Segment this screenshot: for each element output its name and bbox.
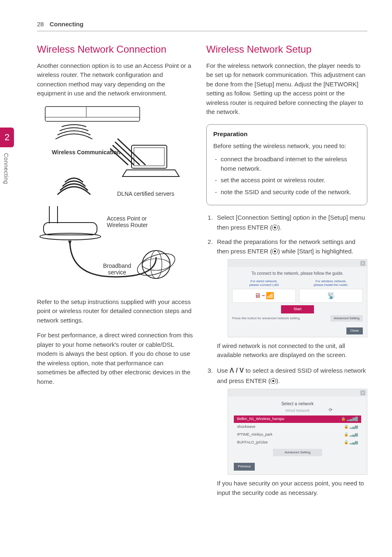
refresh-icon[interactable]: ⟳ <box>329 406 332 413</box>
preparation-title: Preparation <box>213 130 360 137</box>
up-down-arrows-icon: Λ / V <box>230 367 244 374</box>
prep-item: note the SSID and security code of the n… <box>215 188 360 197</box>
ui-screenshot-connection-guide: × To connect to the network, please foll… <box>228 259 367 337</box>
prep-item: connect the broadband internet to the wi… <box>215 155 360 173</box>
network-diagram: Wireless Communication DLNA certified se… <box>37 104 194 289</box>
enter-icon <box>270 378 276 384</box>
step-2-note: If wired network is not connected to the… <box>217 341 367 360</box>
network-row[interactable]: BUFFALO_jy01lee 🔒▂▄▆ <box>234 439 361 446</box>
lock-icon: 🔒 <box>344 424 348 430</box>
preparation-intro: Before setting the wireless network, you… <box>213 142 360 151</box>
signal-icon: ▂▄▆ <box>350 424 358 430</box>
enter-icon <box>272 225 278 230</box>
step-3: Use Λ / V to select a desired SSID of wi… <box>214 366 367 498</box>
diagram-label-wireless: Wireless Communication <box>52 149 120 156</box>
setup-intro-text: For the wireless network connection, the… <box>206 61 367 117</box>
ui-select-network-title: Select a network <box>234 401 361 407</box>
step-2: Read the preparations for the network se… <box>214 237 367 360</box>
diagram-label-access-point: Access Point or Wireless Router <box>107 215 164 228</box>
lock-icon: 🔒 <box>344 440 348 446</box>
signal-icon: ▂▄▆ <box>350 432 358 438</box>
ui-wired-network-option[interactable]: Wired Network <box>234 408 361 414</box>
close-icon[interactable]: × <box>360 261 365 266</box>
svg-point-12 <box>134 249 178 280</box>
previous-button[interactable]: Previous <box>234 463 255 470</box>
header-section-title: Connecting <box>50 21 84 28</box>
wireless-illustration: 📡 <box>299 289 363 303</box>
advanced-setting-button[interactable]: Advanced Setting <box>273 449 322 456</box>
advanced-setting-button[interactable]: Advanced Setting <box>330 315 363 322</box>
intro-text: Another connection option is to use an A… <box>37 61 194 98</box>
wired-illustration: 🖥━📶 <box>232 289 296 303</box>
svg-rect-0 <box>45 107 140 121</box>
signal-icon: ▂▄▆█ <box>347 416 358 422</box>
diagram-label-broadband: Broadband service <box>99 262 136 276</box>
ui-footer-text: Press this button for advanced network s… <box>232 316 300 321</box>
side-tab-chapter: 2 <box>0 128 14 147</box>
svg-point-8 <box>40 233 101 240</box>
preparation-box: Preparation Before setting the wireless … <box>206 124 367 206</box>
step-1: Select [Connection Setting] option in th… <box>214 213 367 232</box>
ui-guide-title: To connect to the network, please follow… <box>232 270 363 277</box>
enter-icon <box>272 248 278 254</box>
network-row[interactable]: shockwave 🔒▂▄▆ <box>234 423 361 431</box>
heading-wireless-connection: Wireless Network Connection <box>37 44 194 56</box>
signal-icon: ▂▄▆ <box>350 440 358 446</box>
prep-item: set the access point or wireless router. <box>215 176 360 185</box>
setup-reference-text: Refer to the setup instructions supplied… <box>37 297 194 325</box>
lock-icon: 🔒 <box>341 416 346 422</box>
page-header: 28 Connecting <box>37 21 367 31</box>
ui-wired-label: For wired network,please connect LAN <box>232 279 296 287</box>
network-row-selected[interactable]: Belkin_N1_Wireless_hanspu 🔒▂▄▆█ <box>234 415 361 423</box>
start-button[interactable]: Start <box>281 305 314 313</box>
ui-wireless-label: For wireless network,please install the … <box>299 279 363 287</box>
performance-note-text: For best performance, a direct wired con… <box>37 331 194 386</box>
ui-screenshot-select-network: × ⟳ Select a network Wired Network Belki… <box>228 389 367 475</box>
lock-icon: 🔒 <box>344 432 348 438</box>
diagram-label-dlna: DLNA certified servers <box>117 190 174 197</box>
close-icon[interactable]: × <box>360 390 365 395</box>
close-button[interactable]: Close <box>346 327 363 334</box>
network-row[interactable]: IPTIME_minkyu_park 🔒▂▄▆ <box>234 431 361 439</box>
heading-wireless-setup: Wireless Network Setup <box>206 44 367 56</box>
page-number: 28 <box>37 21 44 28</box>
step-3-note: If you have security on your access poin… <box>217 479 367 497</box>
side-tab-label: Connecting <box>3 153 9 184</box>
